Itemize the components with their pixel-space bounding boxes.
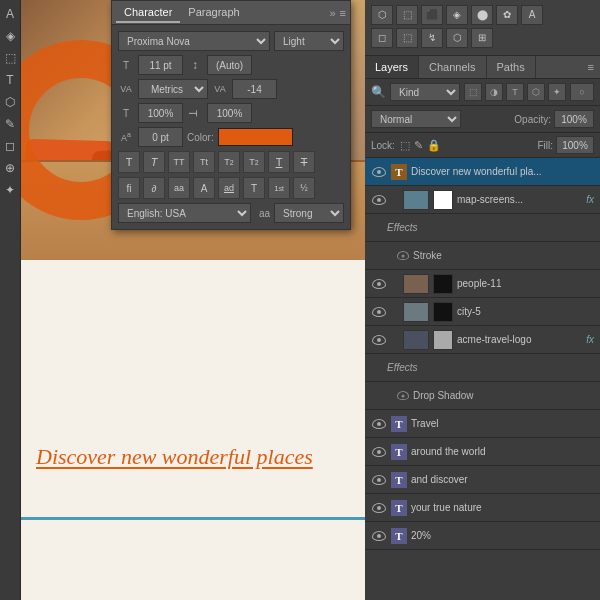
type-btn-super[interactable]: T2 [218,151,240,173]
tool-icon-2[interactable]: ⬚ [396,5,418,25]
layer-thumbnail [403,302,429,322]
layer-visibility-toggle[interactable] [371,472,387,488]
ot-btn-aa[interactable]: aa [168,177,190,199]
baseline-input[interactable] [138,127,183,147]
layer-effect-item[interactable]: Stroke [365,242,600,270]
aa-label: aa [259,208,270,219]
tool-icon-8[interactable]: ◻ [371,28,393,48]
tool-type[interactable]: T [0,70,20,90]
top-toolbar: ⬡ ⬚ ⬛ ◈ ⬤ ✿ A ◻ ⬚ ↯ ⬡ ⊞ [365,0,600,56]
tool-icon-5[interactable]: ⬤ [471,5,493,25]
horiz-scale-input[interactable] [138,103,183,123]
tab-layers[interactable]: Layers [365,56,419,78]
lock-position-btn[interactable]: ✎ [414,139,423,152]
filter-toggle-btn[interactable]: ○ [570,83,594,101]
tab-paths[interactable]: Paths [487,56,536,78]
type-btn-regular[interactable]: T [118,151,140,173]
font-weight-select[interactable]: Light [274,31,344,51]
tab-channels[interactable]: Channels [419,56,486,78]
layer-visibility-toggle[interactable] [371,304,387,320]
layer-effect-item[interactable]: Drop Shadow [365,382,600,410]
tool-rect[interactable]: ⬚ [0,48,20,68]
layer-visibility-toggle[interactable] [371,416,387,432]
filter-type-btn[interactable]: T [506,83,524,101]
tool-shape[interactable]: ◈ [0,26,20,46]
language-select[interactable]: English: USA [118,203,251,223]
layer-visibility-toggle[interactable] [371,500,387,516]
layer-visibility-toggle[interactable] [371,276,387,292]
fill-input[interactable] [556,136,594,154]
tool-icon-9[interactable]: ⬚ [396,28,418,48]
tool-icon-12[interactable]: ⊞ [471,28,493,48]
type-btn-allcaps[interactable]: TT [168,151,190,173]
panel-menu[interactable]: ≡ [340,7,346,19]
layer-item[interactable]: T around the world [365,438,600,466]
type-btn-strikethrough[interactable]: T [293,151,315,173]
tracking-input[interactable] [232,79,277,99]
layer-item[interactable]: T Discover new wonderful pla... [365,158,600,186]
opacity-input[interactable] [554,110,594,128]
tool-sample[interactable]: ✦ [0,180,20,200]
tab-character[interactable]: Character [116,3,180,23]
layer-visibility-toggle[interactable] [371,192,387,208]
vert-scale-input[interactable] [207,103,252,123]
font-family-select[interactable]: Proxima Nova [118,31,270,51]
layer-item[interactable]: acme-travel-logo fx [365,326,600,354]
ot-btn-1st[interactable]: 1st [268,177,290,199]
layer-visibility-toggle[interactable] [371,528,387,544]
tool-zoom[interactable]: ⊕ [0,158,20,178]
layers-filter-row: 🔍 Kind ⬚ ◑ T ⬡ ✦ ○ [365,79,600,106]
ot-btn-partial[interactable]: ∂ [143,177,165,199]
lock-all-btn[interactable]: 🔒 [427,139,441,152]
effect-visibility[interactable] [397,251,409,260]
tool-icon-7[interactable]: A [521,5,543,25]
kerning-select[interactable]: Metrics [138,79,208,99]
antialiasing-select[interactable]: Strong [274,203,344,223]
tool-select[interactable]: A [0,4,20,24]
color-swatch[interactable] [218,128,293,146]
tool-icon-10[interactable]: ↯ [421,28,443,48]
layer-name: map-screens... [457,194,582,205]
tool-brush[interactable]: ✎ [0,114,20,134]
tool-icon-1[interactable]: ⬡ [371,5,393,25]
layers-menu[interactable]: ≡ [582,56,600,78]
blend-mode-select[interactable]: Normal [371,110,461,128]
tool-icon-4[interactable]: ◈ [446,5,468,25]
leading-input[interactable] [207,55,252,75]
filter-shape-btn[interactable]: ⬡ [527,83,545,101]
layer-visibility-toggle[interactable] [371,444,387,460]
tab-paragraph[interactable]: Paragraph [180,3,247,23]
tool-icon-11[interactable]: ⬡ [446,28,468,48]
layer-visibility-toggle[interactable] [371,164,387,180]
ot-btn-ad[interactable]: ad [218,177,240,199]
ot-btn-fi[interactable]: fi [118,177,140,199]
lock-pixel-btn[interactable]: ⬚ [400,139,410,152]
filter-smart-btn[interactable]: ✦ [548,83,566,101]
layer-item[interactable]: T and discover [365,466,600,494]
type-btn-smallcaps[interactable]: Tt [193,151,215,173]
layer-visibility-toggle[interactable] [371,332,387,348]
layer-item[interactable]: T your true nature [365,494,600,522]
tool-eraser[interactable]: ◻ [0,136,20,156]
filter-pixel-btn[interactable]: ⬚ [464,83,482,101]
ot-btn-T[interactable]: T [243,177,265,199]
tool-pen[interactable]: ⬡ [0,92,20,112]
layer-item[interactable]: T Travel [365,410,600,438]
filter-kind-select[interactable]: Kind [390,83,460,101]
layer-item[interactable]: T 20% [365,522,600,550]
tool-icon-3[interactable]: ⬛ [421,5,443,25]
type-btn-sub[interactable]: T2 [243,151,265,173]
type-btn-underline[interactable]: T [268,151,290,173]
opentype-row: fi ∂ aa A ad T 1st ½ [118,177,344,199]
effect-visibility[interactable] [397,391,409,400]
ot-btn-frac[interactable]: ½ [293,177,315,199]
ot-btn-A[interactable]: A [193,177,215,199]
baseline-icon: Aa [118,131,134,143]
filter-adjust-btn[interactable]: ◑ [485,83,503,101]
layer-item[interactable]: city-5 [365,298,600,326]
type-btn-italic[interactable]: T [143,151,165,173]
layer-item[interactable]: map-screens... fx [365,186,600,214]
layer-item[interactable]: people-11 [365,270,600,298]
font-size-input[interactable] [138,55,183,75]
tool-icon-6[interactable]: ✿ [496,5,518,25]
